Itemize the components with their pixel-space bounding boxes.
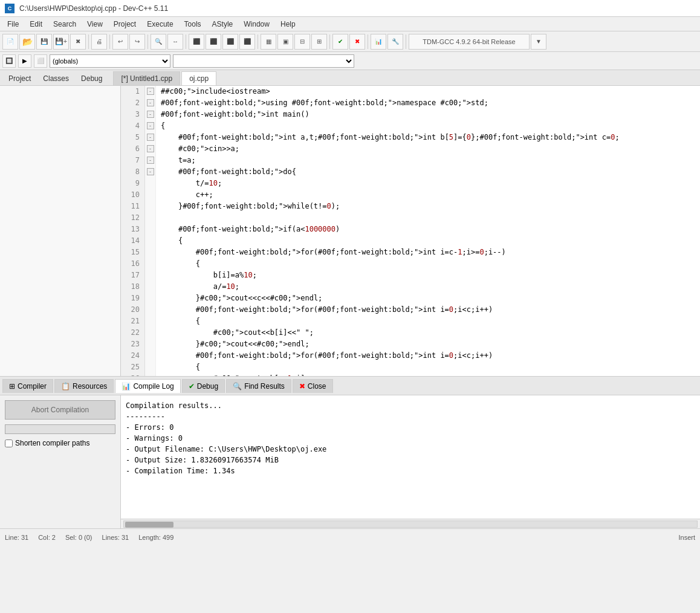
replace-button[interactable]: ↔ <box>167 34 183 50</box>
status-insert: Insert <box>678 534 695 541</box>
section-tab-classes[interactable]: Classes <box>37 72 75 85</box>
menu-file[interactable]: File <box>2 19 24 30</box>
sep3 <box>147 34 148 49</box>
fold-btn[interactable]: - <box>147 157 154 164</box>
code-fold-col: -------- <box>145 86 156 376</box>
close-button[interactable]: ✖ <box>70 34 86 50</box>
sep5 <box>258 34 258 49</box>
save-all-button[interactable]: 💾+ <box>53 34 69 50</box>
compiler-tab-icon: ⊞ <box>9 382 15 391</box>
bottom-left-panel: Abort Compilation Shorten compiler paths <box>0 395 121 528</box>
btab-findresults[interactable]: 🔍 Find Results <box>226 379 291 393</box>
close-tab-label: Close <box>308 382 326 391</box>
fold-btn[interactable]: - <box>147 134 154 141</box>
debug-tab-label: Debug <box>197 382 218 391</box>
hscroll-thumb[interactable] <box>125 522 173 528</box>
toolbar2: 🔲 ▶ ⬜ (globals) <box>0 52 700 70</box>
open-button[interactable]: 📂 <box>19 34 35 50</box>
section-tab-debug[interactable]: Debug <box>75 72 108 85</box>
tb11[interactable]: ⊟ <box>294 34 310 50</box>
btab-close[interactable]: ✖ Close <box>293 379 333 393</box>
fold-btn[interactable]: - <box>147 99 154 106</box>
compiler-label-btn[interactable]: TDM-GCC 4.9.2 64-bit Release <box>409 34 530 50</box>
status-lines-total: Lines: 31 <box>102 534 129 541</box>
compile-error-button[interactable]: ✖ <box>349 34 365 50</box>
log-line: - Compilation Time: 1.34s <box>126 465 695 476</box>
fold-btn[interactable]: - <box>147 111 154 118</box>
compilelog-tab-icon: 📊 <box>122 382 131 391</box>
menu-project[interactable]: Project <box>109 19 141 30</box>
sep1 <box>88 34 89 49</box>
menu-execute[interactable]: Execute <box>142 19 178 30</box>
status-length: Length: 499 <box>138 534 173 541</box>
status-col: Col: 2 <box>38 534 56 541</box>
tb8[interactable]: ⬛ <box>239 34 255 50</box>
tb2-2[interactable]: ▶ <box>18 54 31 68</box>
sep7 <box>368 34 368 49</box>
save-button[interactable]: 💾 <box>36 34 52 50</box>
code-editor[interactable]: 1234567891011121314151617181920212223242… <box>121 86 700 376</box>
tb14[interactable]: 📊 <box>371 34 386 50</box>
bottom-panel: Abort Compilation Shorten compiler paths… <box>0 395 700 528</box>
line-numbers: 1234567891011121314151617181920212223242… <box>121 86 145 376</box>
hscroll-track[interactable] <box>123 521 698 528</box>
sidebar <box>0 86 121 376</box>
fold-btn[interactable]: - <box>147 145 154 152</box>
fold-btn[interactable]: - <box>147 122 154 129</box>
horizontal-scrollbar[interactable] <box>121 519 700 528</box>
toolbar1: 📄 📂 💾 💾+ ✖ 🖨 ↩ ↪ 🔍 ↔ ⬛ ⬛ ⬛ ⬛ ▦ ▣ ⊟ ⊞ ✔ ✖… <box>0 31 700 52</box>
log-line: Compilation results... <box>126 400 695 411</box>
btab-compiler[interactable]: ⊞ Compiler <box>2 379 53 393</box>
tb2-3[interactable]: ⬜ <box>34 54 47 68</box>
tb12[interactable]: ⊞ <box>311 34 327 50</box>
tb7[interactable]: ⬛ <box>222 34 238 50</box>
fold-btn[interactable]: - <box>147 168 154 175</box>
compile-check-button[interactable]: ✔ <box>332 34 348 50</box>
btab-debug[interactable]: ✔ Debug <box>182 379 225 393</box>
status-sel: Sel: 0 (0) <box>65 534 92 541</box>
tb5[interactable]: ⬛ <box>189 34 204 50</box>
status-bar: Line: 31 Col: 2 Sel: 0 (0) Lines: 31 Len… <box>0 528 700 545</box>
main-area: 1234567891011121314151617181920212223242… <box>0 86 700 376</box>
menu-astyle[interactable]: AStyle <box>207 19 238 30</box>
scope-select[interactable]: (globals) <box>50 54 170 68</box>
find-button[interactable]: 🔍 <box>151 34 166 50</box>
fold-btn[interactable]: - <box>147 88 154 95</box>
file-tab-untitled[interactable]: [*] Untitled1.cpp <box>113 71 180 85</box>
tb9[interactable]: ▦ <box>261 34 276 50</box>
symbol-select[interactable] <box>173 54 354 68</box>
file-tab-ojcpp[interactable]: oj.cpp <box>181 71 216 85</box>
compiler-tab-label: Compiler <box>18 382 47 391</box>
title-text: C:\Users\HWP\Desktop\oj.cpp - Dev-C++ 5.… <box>19 4 168 13</box>
menu-view[interactable]: View <box>82 19 108 30</box>
menu-window[interactable]: Window <box>239 19 274 30</box>
new-button[interactable]: 📄 <box>2 34 18 50</box>
compiler-dropdown[interactable]: ▼ <box>531 34 546 50</box>
log-line: - Warnings: 0 <box>126 433 695 444</box>
shorten-paths-label[interactable]: Shorten compiler paths <box>15 439 89 447</box>
menu-search[interactable]: Search <box>48 19 81 30</box>
menu-edit[interactable]: Edit <box>25 19 47 30</box>
redo-button[interactable]: ↪ <box>129 34 145 50</box>
btab-resources[interactable]: 📋 Resources <box>54 379 114 393</box>
tb2-1[interactable]: 🔲 <box>2 54 16 68</box>
tb10[interactable]: ▣ <box>277 34 293 50</box>
bottom-tabs: ⊞ Compiler 📋 Resources 📊 Compile Log ✔ D… <box>0 376 700 395</box>
menu-tools[interactable]: Tools <box>180 19 206 30</box>
section-tab-project[interactable]: Project <box>2 72 37 85</box>
debug-tab-icon: ✔ <box>189 382 195 391</box>
log-line: --------- <box>126 411 695 422</box>
undo-button[interactable]: ↩ <box>112 34 128 50</box>
shorten-paths-checkbox[interactable] <box>5 439 13 447</box>
print-button[interactable]: 🖨 <box>91 34 107 50</box>
tb15[interactable]: 🔧 <box>387 34 403 50</box>
findresults-tab-icon: 🔍 <box>233 382 242 391</box>
btab-compilelog[interactable]: 📊 Compile Log <box>115 379 180 393</box>
code-content[interactable]: ##c00;">include<iostream>#00f;font-weigh… <box>156 86 700 376</box>
abort-compilation-button[interactable]: Abort Compilation <box>5 400 115 420</box>
shorten-paths-checkbox-container: Shorten compiler paths <box>5 439 115 447</box>
menu-help[interactable]: Help <box>276 19 300 30</box>
log-line: - Output Size: 1.83260917663574 MiB <box>126 455 695 465</box>
tb6[interactable]: ⬛ <box>206 34 221 50</box>
sep4 <box>186 34 186 49</box>
